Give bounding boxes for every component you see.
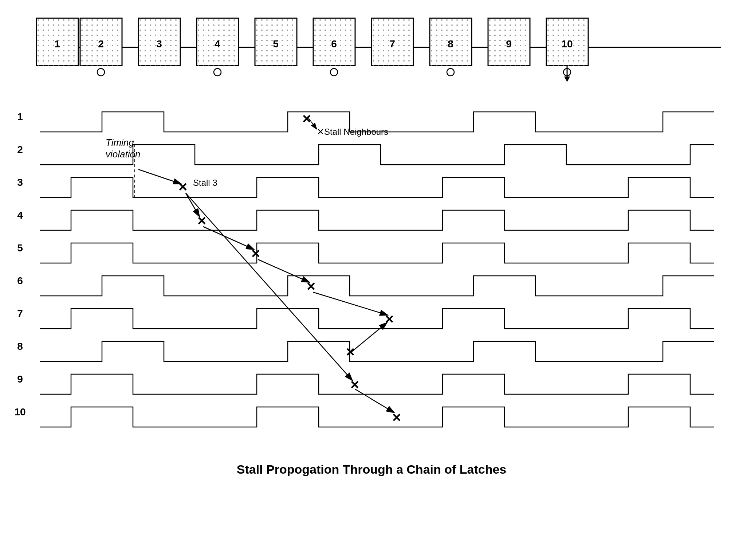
waveform-1 [40,112,714,132]
stall-neighbours-label: ✕Stall Neighbours [317,127,388,137]
x-mark-6: ✕ [306,280,316,293]
x-mark-8: ✕ [345,346,355,359]
svg-marker-1 [66,44,71,50]
x-mark-1: ✕ [302,113,311,126]
row-label-8: 8 [17,341,23,352]
svg-marker-39 [564,77,570,82]
arrow-4-to-5 [203,227,254,250]
svg-text:1: 1 [54,38,60,50]
row-label-2: 2 [17,144,23,155]
svg-rect-31 [488,18,530,66]
svg-text:3: 3 [156,38,162,50]
x-mark-5: ✕ [251,247,260,261]
arrow-1-stall [307,117,317,129]
arrow-3-to-4 [186,193,200,217]
x-mark-3: ✕ [178,181,188,194]
waveform-4 [40,210,714,230]
svg-rect-32 [488,18,530,66]
row-label-1: 1 [17,111,23,122]
svg-rect-10 [138,18,180,66]
svg-rect-25 [372,18,413,66]
stall-3-label: Stall 3 [193,178,217,188]
svg-point-30 [447,68,454,76]
arrow-5-to-6 [258,259,310,282]
waveform-2 [40,145,714,165]
waveform-3 [40,177,714,197]
svg-rect-2 [36,18,78,66]
main-container: 1 2 3 4 5 6 [0,0,743,560]
svg-rect-4 [36,18,78,66]
svg-rect-14 [197,18,239,66]
svg-point-23 [330,68,338,76]
row-label-6: 6 [17,275,23,286]
diagram-svg: 1 2 3 4 5 6 [0,0,743,560]
svg-text:6: 6 [331,38,337,50]
svg-text:10: 10 [561,38,573,50]
waveform-8 [40,341,714,361]
row-label-7: 7 [17,308,23,319]
svg-rect-28 [430,18,472,66]
svg-text:8: 8 [448,38,453,50]
svg-text:2: 2 [98,38,104,50]
svg-rect-7 [80,18,122,66]
svg-text:4: 4 [215,38,220,50]
svg-rect-11 [138,18,180,66]
timing-violation-label-2: violation [106,149,140,160]
svg-rect-17 [255,18,297,66]
waveform-6 [40,276,714,296]
waveform-5 [40,243,714,263]
svg-rect-20 [313,18,355,66]
arrow-9-to-10 [355,389,394,413]
caption: Stall Propogation Through a Chain of Lat… [237,462,506,476]
svg-rect-21 [313,18,355,66]
arrow-6-to-7 [313,292,388,315]
svg-rect-24 [372,18,413,66]
row-label-4: 4 [17,209,23,221]
svg-rect-6 [80,18,122,66]
waveform-10 [40,407,714,427]
x-mark-10: ✕ [392,411,401,424]
svg-point-16 [214,68,221,76]
waveform-9 [40,374,714,394]
svg-rect-27 [430,18,472,66]
svg-text:5: 5 [273,38,279,50]
arrow-tv-to-3 [138,169,181,184]
svg-rect-35 [546,18,588,66]
svg-point-9 [97,68,105,76]
x-mark-4: ✕ [197,215,207,228]
svg-rect-13 [197,18,239,66]
svg-text:9: 9 [506,38,512,50]
timing-violation-label: Timing [106,137,134,148]
row-label-10: 10 [14,406,25,418]
row-label-5: 5 [17,242,23,254]
waveform-7 [40,309,714,329]
x-mark-9: ✕ [350,379,359,392]
arrow-3-to-9 [186,193,353,381]
svg-rect-34 [546,18,588,66]
svg-rect-18 [255,18,297,66]
row-label-3: 3 [17,177,23,188]
x-mark-7: ✕ [384,313,394,326]
svg-point-37 [563,68,571,76]
row-label-9: 9 [17,373,23,385]
svg-text:7: 7 [389,38,395,50]
arrow-8-to-7 [350,322,387,353]
